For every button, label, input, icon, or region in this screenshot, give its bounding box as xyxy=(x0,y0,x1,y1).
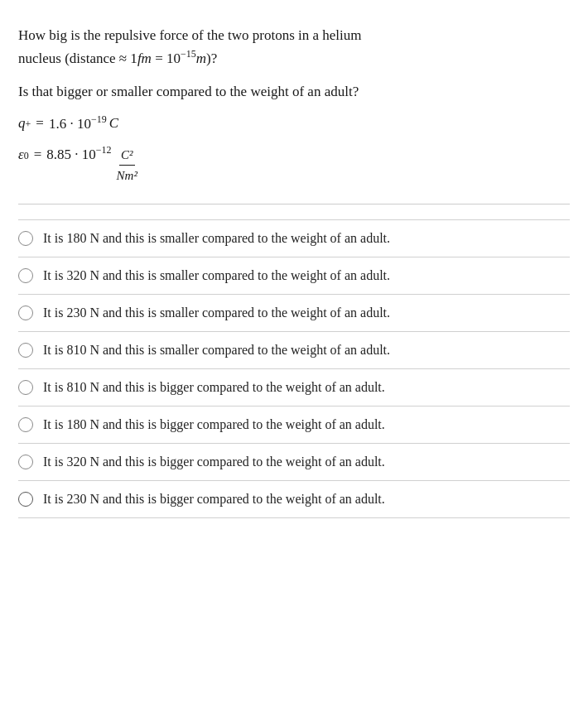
option-text-3: It is 230 N and this is smaller compared… xyxy=(43,305,390,320)
radio-circle-3 xyxy=(18,305,33,320)
answer-options: It is 180 N and this is smaller compared… xyxy=(18,219,570,518)
radio-circle-7 xyxy=(18,455,33,469)
option-text-8: It is 230 N and this is bigger compared … xyxy=(43,492,385,507)
fraction-unit: C² Nm² xyxy=(115,146,139,185)
section-divider xyxy=(18,204,570,204)
radio-circle-6 xyxy=(18,417,33,432)
option-item-4[interactable]: It is 810 N and this is smaller compared… xyxy=(18,332,570,369)
question-block: How big is the repulsive force of the tw… xyxy=(18,25,570,185)
option-text-6: It is 180 N and this is bigger compared … xyxy=(43,417,385,432)
option-item-8[interactable]: It is 230 N and this is bigger compared … xyxy=(18,481,570,518)
option-item-3[interactable]: It is 230 N and this is smaller compared… xyxy=(18,295,570,332)
q-equation: q+ = 1.6 · 10−19 C xyxy=(18,112,570,134)
option-text-2: It is 320 N and this is smaller compared… xyxy=(43,268,390,283)
question-text: How big is the repulsive force of the tw… xyxy=(18,25,570,70)
option-item-5[interactable]: It is 810 N and this is bigger compared … xyxy=(18,369,570,407)
radio-circle-2 xyxy=(18,268,33,283)
radio-circle-8 xyxy=(18,492,33,507)
option-item-6[interactable]: It is 180 N and this is bigger compared … xyxy=(18,407,570,444)
option-item-2[interactable]: It is 320 N and this is smaller compared… xyxy=(18,257,570,295)
option-text-5: It is 810 N and this is bigger compared … xyxy=(43,380,385,395)
option-text-4: It is 810 N and this is smaller compared… xyxy=(43,343,390,358)
subquestion-text: Is that bigger or smaller compared to th… xyxy=(18,81,570,103)
epsilon-equation: ε0 = 8.85 · 10−12 C² Nm² xyxy=(18,142,570,185)
option-text-7: It is 320 N and this is bigger compared … xyxy=(43,455,385,469)
radio-circle-1 xyxy=(18,231,33,246)
radio-circle-4 xyxy=(18,343,33,358)
option-text-1: It is 180 N and this is smaller compared… xyxy=(43,231,390,246)
option-item-1[interactable]: It is 180 N and this is smaller compared… xyxy=(18,219,570,257)
option-item-7[interactable]: It is 320 N and this is bigger compared … xyxy=(18,444,570,481)
radio-circle-5 xyxy=(18,380,33,395)
